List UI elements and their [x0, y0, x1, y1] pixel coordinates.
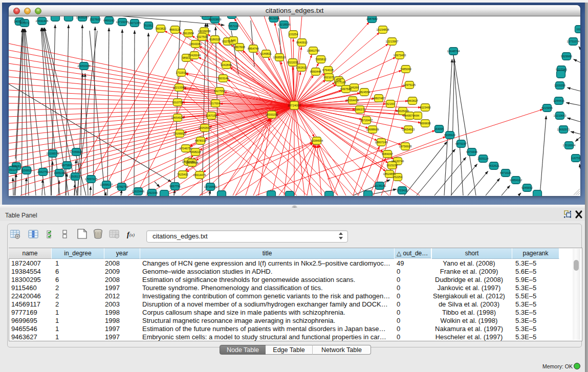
svg-text:1156829: 1156829 — [21, 169, 32, 172]
svg-text:1711916: 1711916 — [176, 71, 186, 74]
svg-text:17016504: 17016504 — [563, 144, 576, 147]
svg-text:10688609: 10688609 — [366, 128, 379, 131]
svg-text:16914479: 16914479 — [193, 173, 206, 177]
svg-text:8215955: 8215955 — [541, 106, 553, 110]
svg-text:8813054: 8813054 — [268, 17, 279, 20]
svg-text:10025433: 10025433 — [397, 110, 409, 113]
svg-text:17957225: 17957225 — [85, 178, 98, 181]
svg-text:12505135: 12505135 — [69, 175, 82, 178]
svg-text:1362615: 1362615 — [296, 66, 307, 69]
svg-text:8322035: 8322035 — [287, 61, 298, 64]
svg-text:9657791: 9657791 — [169, 185, 181, 188]
svg-text:7632621: 7632621 — [488, 164, 499, 167]
svg-text:9242845: 9242845 — [221, 63, 232, 67]
svg-text:16120746: 16120746 — [391, 160, 404, 163]
svg-text:20364436: 20364436 — [346, 99, 359, 102]
svg-text:39114: 39114 — [9, 168, 16, 171]
svg-text:20206576: 20206576 — [47, 152, 59, 155]
svg-text:13226058: 13226058 — [198, 30, 211, 33]
svg-text:16053809: 16053809 — [209, 18, 222, 21]
svg-text:19654925: 19654925 — [171, 116, 184, 119]
svg-text:16053809: 16053809 — [200, 16, 213, 17]
svg-text:9329966: 9329966 — [561, 55, 572, 58]
svg-text:8427552: 8427552 — [214, 90, 225, 93]
svg-text:9227343: 9227343 — [556, 68, 567, 71]
svg-text:6794028: 6794028 — [322, 69, 334, 72]
svg-text:15136141: 15136141 — [374, 184, 386, 187]
svg-text:8471626: 8471626 — [500, 171, 511, 174]
svg-text:1292344: 1292344 — [146, 191, 158, 194]
svg-text:1112: 1112 — [576, 28, 580, 31]
svg-text:7357224: 7357224 — [228, 25, 239, 28]
svg-text:8990448: 8990448 — [310, 70, 321, 73]
svg-text:1244415: 1244415 — [553, 99, 564, 102]
svg-text:2087682: 2087682 — [366, 17, 378, 20]
svg-text:5498222: 5498222 — [190, 150, 201, 154]
svg-text:11923446: 11923446 — [132, 190, 144, 193]
svg-text:84: 84 — [416, 114, 419, 117]
svg-text:116753: 116753 — [571, 157, 580, 160]
svg-text:9245652: 9245652 — [521, 186, 533, 189]
svg-text:7986372: 7986372 — [354, 108, 365, 111]
svg-text:18300295: 18300295 — [266, 113, 278, 116]
svg-text:2867608: 2867608 — [234, 46, 245, 49]
svg-text:19654923: 19654923 — [402, 128, 415, 131]
svg-text:7663822: 7663822 — [155, 27, 166, 30]
svg-text:9474444: 9474444 — [466, 150, 477, 154]
svg-text:12975115: 12975115 — [403, 83, 416, 86]
svg-text:9463627: 9463627 — [407, 99, 418, 102]
svg-text:7625402: 7625402 — [177, 173, 188, 176]
svg-text:14353594: 14353594 — [199, 126, 211, 129]
svg-text:16671355: 16671355 — [128, 21, 141, 25]
svg-text:19756928: 19756928 — [399, 145, 412, 148]
svg-text:3267150: 3267150 — [206, 114, 217, 117]
svg-text:9777169: 9777169 — [335, 81, 346, 84]
svg-text:15716485: 15716485 — [204, 185, 217, 188]
svg-text:20053340: 20053340 — [78, 64, 91, 68]
svg-text:217004: 217004 — [211, 102, 221, 105]
svg-text:2603144: 2603144 — [217, 77, 229, 80]
svg-text:16961758: 16961758 — [307, 49, 320, 52]
svg-text:9699695: 9699695 — [420, 122, 431, 125]
svg-text:15720407: 15720407 — [360, 119, 373, 122]
svg-text:15751074: 15751074 — [567, 40, 580, 43]
svg-text:8640910: 8640910 — [296, 41, 308, 44]
svg-text:17359924: 17359924 — [70, 150, 83, 154]
svg-text:10958107: 10958107 — [100, 183, 113, 186]
svg-text:16782759: 16782759 — [116, 185, 128, 188]
svg-text:19384554: 19384554 — [311, 139, 323, 142]
svg-text:10807487: 10807487 — [373, 97, 385, 100]
svg-text:3824554: 3824554 — [359, 91, 370, 94]
svg-text:252254: 252254 — [393, 176, 403, 179]
svg-text:15692971: 15692971 — [557, 128, 570, 131]
svg-text:19218506: 19218506 — [278, 23, 291, 26]
svg-text:133254: 133254 — [289, 33, 298, 36]
svg-text:8854749: 8854749 — [248, 47, 259, 50]
svg-text:546: 546 — [231, 39, 235, 42]
svg-text:20691406: 20691406 — [36, 19, 49, 23]
svg-text:335081: 335081 — [12, 165, 21, 168]
svg-text:8878332: 8878332 — [195, 139, 206, 142]
svg-text:10655287: 10655287 — [76, 16, 89, 19]
svg-text:16648784: 16648784 — [447, 50, 460, 53]
svg-text:12213389: 12213389 — [173, 86, 186, 89]
svg-text:(x): (x) — [129, 232, 135, 237]
svg-text:10654112: 10654112 — [510, 179, 522, 182]
svg-text:12213967: 12213967 — [386, 40, 399, 43]
svg-text:18724007: 18724007 — [288, 104, 301, 107]
svg-text:17046756: 17046756 — [180, 147, 192, 150]
svg-text:7485063: 7485063 — [400, 68, 411, 71]
svg-text:6466160: 6466160 — [103, 19, 115, 22]
svg-text:8660124: 8660124 — [169, 28, 181, 31]
svg-text:8938923: 8938923 — [444, 134, 455, 137]
svg-text:1621072: 1621072 — [323, 76, 335, 79]
svg-text:9115460: 9115460 — [420, 106, 430, 109]
svg-text:18495794: 18495794 — [403, 114, 416, 117]
svg-text:405572: 405572 — [20, 21, 30, 25]
svg-text:7955812: 7955812 — [315, 58, 326, 61]
svg-text:16154838: 16154838 — [377, 28, 389, 31]
svg-text:2935114: 2935114 — [477, 157, 488, 160]
svg-text:14099488: 14099488 — [186, 161, 199, 164]
svg-text:16543382: 16543382 — [189, 42, 202, 46]
svg-text:2942757: 2942757 — [37, 170, 49, 173]
